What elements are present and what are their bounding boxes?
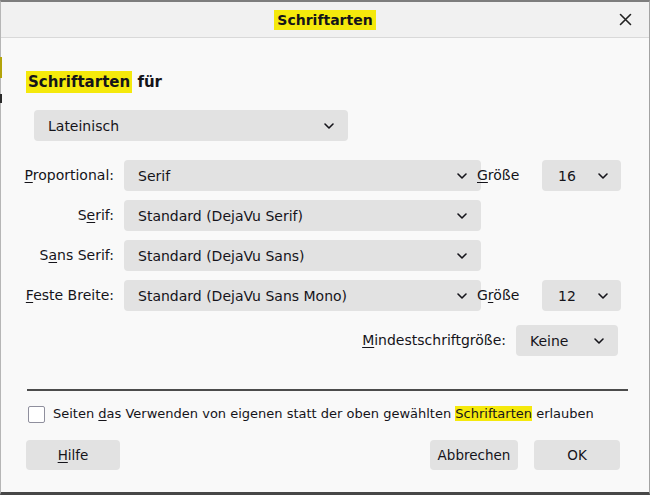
monospace-size-select[interactable]: 12	[542, 280, 621, 311]
cancel-button[interactable]: Abbrechen	[430, 440, 518, 470]
min-font-size-value: Keine	[530, 333, 568, 349]
fonts-dialog: Schriftarten Schriftarten für Lateinisch…	[0, 0, 650, 495]
serif-font-value: Standard (DejaVu Serif)	[138, 208, 303, 224]
chevron-down-icon	[456, 212, 468, 220]
sans-serif-font-select[interactable]: Standard (DejaVu Sans)	[124, 240, 481, 271]
allow-pages-checkbox-label[interactable]: Seiten das Verwenden von eigenen statt d…	[53, 404, 594, 423]
chevron-down-icon	[597, 172, 609, 180]
serif-label: Serif:	[1, 200, 114, 231]
serif-font-select[interactable]: Standard (DejaVu Serif)	[124, 200, 481, 231]
chevron-down-icon	[456, 252, 468, 260]
close-icon	[619, 13, 632, 29]
monospace-label: Feste Breite:	[1, 280, 114, 311]
script-select-value: Lateinisch	[48, 118, 119, 134]
help-button[interactable]: Hilfe	[26, 440, 120, 470]
sans-serif-label: Sans Serif:	[1, 240, 114, 271]
proportional-label: Proportional:	[1, 160, 114, 191]
chevron-down-icon	[456, 172, 468, 180]
section-divider	[27, 389, 628, 391]
min-font-size-label: Mindestschriftgröße:	[1, 325, 506, 356]
ok-button[interactable]: OK	[534, 440, 620, 470]
monospace-size-value: 12	[558, 288, 576, 304]
chevron-down-icon	[323, 122, 335, 130]
proportional-size-label: Größe	[477, 160, 531, 191]
monospace-font-select[interactable]: Standard (DejaVu Sans Mono)	[124, 280, 481, 311]
monospace-font-value: Standard (DejaVu Sans Mono)	[138, 288, 347, 304]
chevron-down-icon	[593, 337, 605, 345]
script-select[interactable]: Lateinisch	[34, 110, 348, 141]
dialog-title: Schriftarten	[274, 10, 375, 30]
title-bar: Schriftarten	[1, 2, 649, 38]
chevron-down-icon	[597, 292, 609, 300]
monospace-size-label: Größe	[477, 280, 531, 311]
fonts-for-heading: Schriftarten für	[26, 73, 162, 91]
allow-pages-checkbox[interactable]	[28, 406, 45, 423]
close-button[interactable]	[615, 11, 635, 31]
chevron-down-icon	[456, 292, 468, 300]
proportional-font-select[interactable]: Serif	[124, 160, 481, 191]
proportional-size-select[interactable]: 16	[542, 160, 621, 191]
proportional-size-value: 16	[558, 168, 576, 184]
page-behind-highlight-sliver	[0, 57, 2, 78]
sans-serif-font-value: Standard (DejaVu Sans)	[138, 248, 305, 264]
min-font-size-select[interactable]: Keine	[516, 325, 618, 356]
page-behind-text-sliver	[0, 94, 2, 103]
proportional-font-value: Serif	[138, 168, 170, 184]
